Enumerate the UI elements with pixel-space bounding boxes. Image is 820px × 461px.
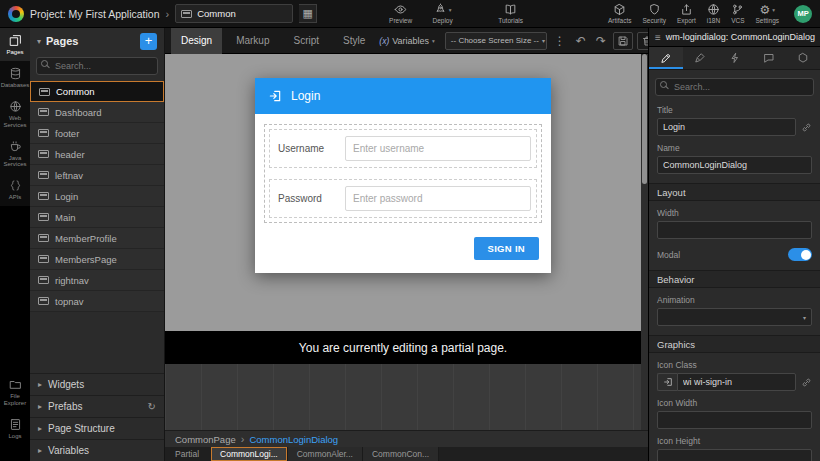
tab-markup[interactable]: Markup — [226, 28, 279, 54]
artifacts-button[interactable]: Artifacts — [608, 3, 631, 24]
icon-width-field-label: Icon Width — [657, 398, 812, 408]
more-options-icon[interactable]: ⋮ — [551, 32, 569, 50]
tab-script[interactable]: Script — [284, 28, 330, 54]
security-label: Security — [642, 17, 665, 24]
rail-item-file-explorer[interactable]: File Explorer — [0, 372, 30, 412]
rail-item-pages[interactable]: Pages — [0, 28, 30, 61]
icon-height-input[interactable] — [657, 449, 812, 461]
bind-link-icon[interactable] — [801, 377, 812, 388]
tab-comments[interactable] — [752, 47, 786, 69]
breadcrumb-commonlogindialog[interactable]: CommonLoginDialog — [249, 434, 338, 445]
vcs-button[interactable]: VCS — [731, 3, 744, 24]
page-list-item[interactable]: Dashboard — [30, 102, 164, 123]
page-list-item[interactable]: MembersPage — [30, 249, 164, 270]
title-field-input[interactable] — [657, 118, 796, 136]
page-selector-dropdown[interactable]: Common — [175, 4, 293, 23]
i18n-button[interactable]: i18N — [707, 3, 720, 24]
sign-in-button[interactable]: SIGN IN — [474, 237, 539, 260]
bind-link-icon[interactable] — [801, 122, 812, 133]
rail-item-apis[interactable]: APIs — [0, 173, 30, 206]
icon-class-input[interactable] — [677, 373, 796, 391]
caret-down-icon[interactable]: ▾ — [37, 37, 41, 46]
footer-tab-commonalertdialog[interactable]: CommonAler... — [288, 447, 363, 461]
page-list-item[interactable]: leftnav — [30, 165, 164, 186]
animation-select[interactable]: ▾ — [657, 308, 812, 326]
variables-button[interactable]: (x) Variables ▾ — [379, 36, 435, 46]
grid-view-icon[interactable]: ▦ — [299, 4, 317, 23]
page-list-item[interactable]: rightnav — [30, 270, 164, 291]
section-widgets[interactable]: ▸ Widgets — [30, 373, 164, 395]
braces-icon — [9, 179, 22, 192]
tab-styles[interactable] — [683, 47, 717, 69]
name-field-input[interactable] — [657, 156, 812, 174]
tab-events[interactable] — [717, 47, 751, 69]
rail-item-logs[interactable]: Logs — [0, 412, 30, 445]
password-input[interactable] — [345, 186, 531, 211]
caret-right-icon: ▸ — [38, 402, 42, 411]
dialog-header[interactable]: Login — [255, 78, 551, 114]
page-list-item[interactable]: topnav — [30, 291, 164, 312]
rail-item-databases[interactable]: Databases — [0, 61, 30, 94]
page-list-item[interactable]: footer — [30, 123, 164, 144]
security-button[interactable]: Security — [642, 3, 665, 24]
login-dialog-widget[interactable]: Login Username Password — [255, 78, 551, 273]
properties-search-input[interactable] — [655, 78, 814, 96]
page-icon — [39, 88, 50, 96]
footer-tab-commonconfirmdialog[interactable]: CommonCon... — [363, 447, 439, 461]
page-icon — [38, 150, 49, 158]
settings-button[interactable]: ⚙ ▾ Settings — [756, 4, 780, 24]
tab-style[interactable]: Style — [333, 28, 375, 54]
username-field-row[interactable]: Username — [269, 129, 537, 168]
refresh-icon[interactable]: ↻ — [148, 401, 156, 412]
footer-tab-commonlogindialog[interactable]: CommonLogi... — [211, 447, 288, 461]
page-list-item-common[interactable]: Common — [30, 81, 164, 102]
page-list-item[interactable]: Main — [30, 207, 164, 228]
page-item-label: footer — [55, 128, 79, 139]
section-page-structure[interactable]: ▸ Page Structure — [30, 417, 164, 439]
rail-item-java-services[interactable]: Java Services — [0, 134, 30, 174]
section-prefabs[interactable]: ▸ Prefabs ↻ — [30, 395, 164, 417]
design-canvas[interactable]: Login Username Password — [165, 54, 648, 430]
modal-toggle[interactable] — [788, 248, 812, 261]
icon-width-input[interactable] — [657, 411, 812, 429]
redo-icon[interactable]: ↷ — [593, 32, 609, 50]
add-page-button[interactable]: + — [140, 33, 157, 50]
section-variables[interactable]: ▸ Variables — [30, 439, 164, 461]
tab-properties[interactable] — [649, 47, 683, 69]
i18n-label: i18N — [707, 17, 720, 24]
export-button[interactable]: Export — [677, 3, 696, 24]
properties-body: Title Name Layout Width Modal Behavior — [649, 98, 820, 461]
form-widget-outline[interactable]: Username Password — [264, 124, 542, 223]
save-button[interactable] — [613, 32, 633, 50]
behavior-section-header[interactable]: Behavior — [649, 270, 820, 288]
breadcrumb-commonpage[interactable]: CommonPage — [175, 434, 236, 445]
tab-design[interactable]: Design — [171, 28, 222, 54]
undo-icon[interactable]: ↶ — [573, 32, 589, 50]
variables-icon: (x) — [379, 36, 389, 46]
user-avatar[interactable]: MP — [794, 5, 812, 23]
properties-panel: ≡ wm-logindialog: CommonLoginDialog — [648, 28, 820, 461]
username-input[interactable] — [345, 136, 531, 161]
tutorials-button[interactable]: Tutorials — [493, 3, 529, 24]
screen-size-select[interactable]: -- Choose Screen Size -- ▾ — [445, 32, 547, 50]
page-list-item[interactable]: MemberProfile — [30, 228, 164, 249]
tab-security[interactable] — [786, 47, 820, 69]
animation-field-label: Animation — [657, 295, 812, 305]
page-list-item[interactable]: Login — [30, 186, 164, 207]
page-list-item[interactable]: header — [30, 144, 164, 165]
width-field-input[interactable] — [657, 221, 812, 239]
sidebar-search-input[interactable] — [36, 57, 158, 75]
layout-section-header[interactable]: Layout — [649, 183, 820, 201]
partial-page-area[interactable]: Login Username Password — [165, 54, 641, 331]
password-field-row[interactable]: Password — [269, 179, 537, 218]
username-label: Username — [275, 143, 345, 154]
menu-icon[interactable]: ≡ — [655, 32, 661, 43]
canvas-scrollbar[interactable] — [641, 54, 648, 430]
app-logo-icon[interactable] — [8, 6, 24, 22]
rail-item-web-services[interactable]: Web Services — [0, 94, 30, 134]
scrollbar-thumb[interactable] — [642, 54, 647, 184]
preview-button[interactable]: Preview — [383, 3, 419, 24]
graphics-section-header[interactable]: Graphics — [649, 335, 820, 353]
page-icon — [38, 192, 49, 200]
deploy-button[interactable]: ▾ Deploy — [425, 3, 461, 24]
